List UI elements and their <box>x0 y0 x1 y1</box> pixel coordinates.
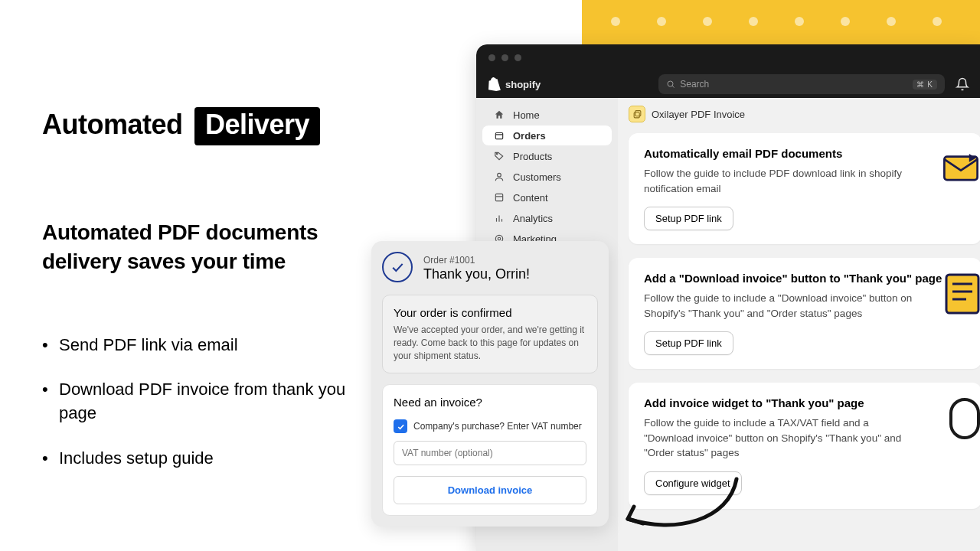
sidebar-item-customers[interactable]: Customers <box>482 167 612 187</box>
sidebar-item-content[interactable]: Content <box>482 187 612 207</box>
order-number: Order #1001 <box>423 255 475 266</box>
invoice-widget: Need an invoice? Company's purchase? Ent… <box>382 384 598 516</box>
svg-point-4 <box>498 173 501 177</box>
setup-card-download-button: Add a "Download invoice" button to "Than… <box>629 258 980 369</box>
page-headline: Automated Delivery <box>42 107 356 145</box>
svg-rect-5 <box>495 194 502 201</box>
search-icon <box>666 80 675 89</box>
home-icon <box>493 109 505 121</box>
search-kbd: ⌘ K <box>913 80 937 90</box>
sidebar-item-label: Home <box>513 109 540 121</box>
svg-rect-2 <box>495 133 502 139</box>
content-icon <box>493 191 505 204</box>
feature-item: Includes setup guide <box>42 447 356 471</box>
setup-pdf-link-button[interactable]: Setup PDF link <box>644 331 733 355</box>
card-description: Follow the guide to include PDF download… <box>644 166 920 196</box>
decorative-band <box>582 0 980 44</box>
invoice-title: Need an invoice? <box>394 396 586 409</box>
breadcrumb-label: Oxilayer PDF Invoice <box>652 109 745 120</box>
brand-label: shopify <box>505 79 541 90</box>
sidebar-item-label: Analytics <box>513 213 553 224</box>
card-title: Add invoice widget to "Thank you" page <box>644 396 966 409</box>
user-icon <box>493 171 505 183</box>
setup-card-email: Automatically email PDF documents Follow… <box>629 133 980 244</box>
vat-number-input[interactable] <box>394 441 586 465</box>
checkmark-icon <box>382 252 413 282</box>
setup-pdf-link-button[interactable]: Setup PDF link <box>644 207 733 230</box>
search-input[interactable]: Search ⌘ K <box>658 74 945 94</box>
checkbox-label: Company's purchase? Enter VAT number <box>413 421 582 432</box>
sidebar-item-label: Products <box>513 151 552 162</box>
svg-rect-16 <box>634 112 639 117</box>
headline-word-2: Delivery <box>194 107 320 145</box>
sidebar-item-products[interactable]: Products <box>482 146 612 166</box>
card-title: Add a "Download invoice" button to "Than… <box>644 272 966 285</box>
sidebar-item-analytics[interactable]: Analytics <box>482 208 612 228</box>
svg-point-11 <box>498 237 501 240</box>
feature-item: Download PDF invoice from thank you page <box>42 378 356 425</box>
page-subheadline: Automated PDF documents delivery saves y… <box>42 218 356 276</box>
envelope-icon <box>940 147 980 188</box>
arrow-annotation <box>614 474 744 543</box>
card-description: Follow the guide to include a "Download … <box>644 291 920 321</box>
orders-icon <box>493 129 505 142</box>
svg-point-0 <box>668 81 673 86</box>
company-purchase-checkbox[interactable] <box>394 419 407 433</box>
svg-point-3 <box>496 153 498 155</box>
sidebar-item-label: Orders <box>513 130 546 142</box>
thank-you-text: Thank you, Orrin! <box>423 266 530 282</box>
order-status-preview: Order #1001 Thank you, Orrin! Your order… <box>371 241 609 527</box>
sidebar-item-label: Customers <box>513 171 561 183</box>
svg-rect-22 <box>951 399 978 438</box>
search-placeholder: Search <box>680 79 709 90</box>
confirmed-description: We've accepted your order, and we're get… <box>394 324 586 362</box>
tag-icon <box>493 150 505 162</box>
headline-word-1: Automated <box>42 109 183 140</box>
analytics-icon <box>493 212 505 224</box>
download-invoice-button[interactable]: Download invoice <box>394 476 586 504</box>
sidebar-item-home[interactable]: Home <box>482 105 612 125</box>
svg-line-1 <box>672 86 674 87</box>
widget-icon <box>948 396 980 441</box>
notifications-icon[interactable] <box>956 77 969 91</box>
app-icon <box>629 106 645 122</box>
shopify-logo[interactable]: shopify <box>488 77 541 91</box>
feature-list: Send PDF link via email Download PDF inv… <box>42 334 356 471</box>
svg-rect-18 <box>946 275 978 313</box>
svg-rect-15 <box>635 110 640 116</box>
card-title: Automatically email PDF documents <box>644 147 966 160</box>
card-description: Follow the guide to include a TAX/VAT fi… <box>644 416 920 461</box>
confirmed-title: Your order is confirmed <box>394 306 586 319</box>
feature-item: Send PDF link via email <box>42 334 356 357</box>
order-confirmed-box: Your order is confirmed We've accepted y… <box>382 295 598 373</box>
sidebar-item-label: Content <box>513 192 548 204</box>
shopify-topbar: shopify Search ⌘ K <box>476 70 980 98</box>
document-icon <box>943 272 980 316</box>
window-controls <box>476 44 980 70</box>
sidebar-item-orders[interactable]: Orders <box>482 126 612 145</box>
breadcrumb: Oxilayer PDF Invoice <box>629 106 980 122</box>
